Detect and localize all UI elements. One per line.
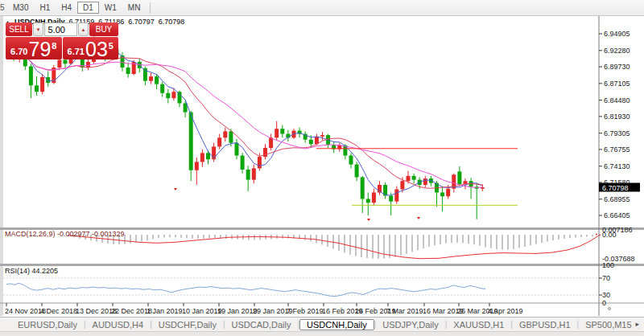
pane-separator-2[interactable] — [0, 264, 644, 266]
trading-platform-window: 5 M30H1H4D1W1MN 6.949056.922806.897306.8… — [0, 0, 644, 336]
timeframe-button-d1[interactable]: D1 — [77, 2, 99, 14]
timeframe-button-w1[interactable]: W1 — [99, 2, 122, 14]
volume-decrease-button[interactable]: ▼ — [33, 23, 43, 36]
tab-usdchf-daily[interactable]: USDCHF,Daily — [152, 319, 223, 330]
tab-gbpusd-h1[interactable]: GBPUSD,H1 — [513, 319, 577, 330]
chart-canvas[interactable]: 6.949056.922806.897306.871056.844806.819… — [0, 16, 644, 317]
timeframe-button-partial[interactable]: 5 — [0, 3, 7, 12]
svg-text:6.68955: 6.68955 — [604, 195, 630, 203]
svg-text:19 Jan 2019: 19 Jan 2019 — [217, 307, 258, 315]
svg-text:6.79305: 6.79305 — [604, 129, 630, 137]
svg-text:7 Mar 2019: 7 Mar 2019 — [386, 307, 423, 315]
one-click-trading-widget: SELL ▼ 5.00 ▲ BUY 6.70 79 8 6.71 03 5 — [6, 23, 118, 59]
toolbar-separator — [150, 2, 151, 14]
spin-down-icon: ▼ — [36, 27, 41, 32]
svg-text:70: 70 — [602, 274, 610, 282]
svg-text:0.00: 0.00 — [602, 231, 617, 239]
sell-price-sup: 8 — [52, 41, 56, 51]
svg-text:7 Feb 2019: 7 Feb 2019 — [287, 307, 324, 315]
tab-usdcnh-daily[interactable]: USDCNH,Daily — [299, 319, 374, 330]
svg-text:6.84480: 6.84480 — [604, 96, 630, 104]
buy-price-panel[interactable]: 6.71 03 5 — [63, 37, 119, 59]
svg-text:6.92280: 6.92280 — [604, 47, 630, 55]
timeframe-button-m30[interactable]: M30 — [7, 2, 34, 14]
svg-text:6.94905: 6.94905 — [604, 30, 630, 38]
tab-xauusd-h1[interactable]: XAUUSD,H1 — [447, 319, 510, 330]
current-price-value: 6.70798 — [602, 184, 629, 192]
tabs-scroll-right-icon[interactable]: ▸ — [634, 320, 641, 328]
svg-text:30: 30 — [602, 291, 610, 299]
buy-button[interactable]: BUY — [89, 23, 118, 36]
chart-background — [0, 16, 644, 317]
timeframe-toolbar: 5 M30H1H4D1W1MN — [0, 0, 644, 16]
svg-text:6.66405: 6.66405 — [604, 211, 630, 219]
tab-audusd-h4[interactable]: AUDUSD,H4 — [86, 319, 151, 330]
timeframe-button-h1[interactable]: H1 — [34, 2, 56, 14]
status-strip — [0, 331, 644, 336]
svg-text:6.87105: 6.87105 — [604, 80, 630, 88]
svg-text:6.76755: 6.76755 — [604, 145, 630, 154]
svg-text:6.89730: 6.89730 — [604, 63, 630, 71]
svg-text:100: 100 — [602, 261, 614, 269]
svg-text:6.74130: 6.74130 — [604, 162, 630, 170]
svg-text:0: 0 — [602, 299, 606, 307]
sell-price-panel[interactable]: 6.70 79 8 — [6, 37, 62, 59]
rsi-label: RSI(14) 44.2205 — [5, 267, 58, 275]
svg-text:6.81930: 6.81930 — [604, 113, 630, 121]
tab-usdjpy-daily[interactable]: USDJPY,Daily — [376, 319, 445, 330]
tab-usdcad-daily[interactable]: USDCAD,Daily — [225, 319, 298, 330]
svg-text:10 Jan 2019: 10 Jan 2019 — [182, 307, 222, 315]
left-border-strip — [0, 16, 3, 316]
svg-text:4 Apr 2019: 4 Apr 2019 — [488, 307, 523, 315]
buy-price-big: 03 — [85, 41, 108, 58]
sell-button[interactable]: SELL — [6, 23, 32, 36]
timeframe-button-mn[interactable]: MN — [122, 2, 147, 14]
macd-label: MACD(12,26,9) -0.002977 -0.001329 — [5, 230, 125, 238]
svg-text:4 Dec 2018: 4 Dec 2018 — [40, 307, 77, 315]
chart-tabs-bar: EURUSD,Daily|AUDUSD,H4|USDCHF,Daily|USDC… — [0, 317, 644, 331]
sell-price-small: 6.70 — [10, 47, 27, 56]
ohlc-low: 6.70797 — [128, 18, 155, 26]
buy-price-sup: 5 — [109, 41, 114, 51]
timeframe-button-h4[interactable]: H4 — [56, 2, 77, 14]
volume-increase-button[interactable]: ▲ — [78, 23, 89, 36]
timeframe-buttons: M30H1H4D1W1MN — [7, 2, 146, 14]
spin-up-icon: ▲ — [81, 27, 86, 32]
svg-text:1 Jan 2019: 1 Jan 2019 — [147, 307, 183, 315]
tab-sp500-m15[interactable]: SP500,M15 — [579, 319, 638, 330]
volume-input[interactable]: 5.00 — [44, 23, 77, 36]
buy-price-small: 6.71 — [68, 47, 85, 56]
ohlc-close: 6.70798 — [159, 18, 185, 26]
tab-eurusd-daily[interactable]: EURUSD,Daily — [11, 319, 84, 330]
svg-text:MACD(12,26,9) -0.002977 -0.001: MACD(12,26,9) -0.002977 -0.001329 — [5, 230, 125, 238]
sell-price-big: 79 — [28, 41, 51, 58]
chart-area[interactable]: 6.949056.922806.897306.871056.844806.819… — [0, 16, 644, 317]
